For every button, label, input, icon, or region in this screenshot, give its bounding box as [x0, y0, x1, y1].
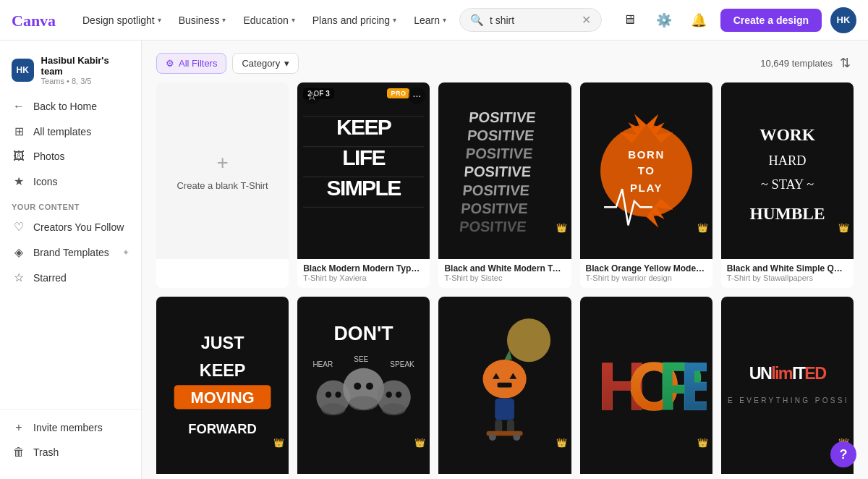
svg-point-45: [335, 392, 341, 398]
canva-logo[interactable]: Canva: [12, 12, 64, 29]
nav-education[interactable]: Education ▾: [236, 10, 302, 30]
chevron-down-icon: ▾: [222, 16, 226, 24]
blank-label: Create a blank T-Shirt: [171, 180, 273, 191]
svg-rect-25: [727, 92, 848, 249]
svg-text:UNlimITED: UNlimITED: [749, 364, 826, 383]
template-card-hope[interactable]: H O H O P E H O P E: [580, 297, 712, 479]
svg-point-49: [396, 392, 401, 398]
sidebar-team-section: HK Hasibul Kabir's team Teams • 8, 3/5: [0, 49, 141, 94]
svg-point-65: [514, 433, 521, 441]
create-design-button[interactable]: Create a design: [720, 9, 822, 32]
template-title: Black Modern Modern Typog...: [303, 263, 424, 274]
svg-rect-77: [727, 307, 848, 464]
template-preview: KEEP LIFE SIMPLE 2 OF 3 PRO ☆ ···: [297, 82, 430, 259]
template-card-dont-skulls[interactable]: DON'T: [297, 297, 430, 479]
svg-text:TO: TO: [637, 164, 655, 177]
svg-point-54: [507, 318, 550, 362]
svg-text:MAKE EVERYTHING POSSIBLE: MAKE EVERYTHING POSSIBLE: [727, 397, 848, 404]
nav-business[interactable]: Business ▾: [171, 10, 234, 30]
template-card-positive[interactable]: POSITIVE POSITIVE POSITIVE POSITIVE POSI…: [438, 82, 571, 288]
heart-icon: ♡: [12, 220, 26, 234]
settings-icon-btn[interactable]: ⚙️: [651, 7, 677, 33]
template-card-born-to-play[interactable]: BORN TO PLAY 👑 Black Orange Yellow Moder…: [580, 82, 712, 288]
template-card-just-keep-moving[interactable]: JUST KEEP MOVING FORWARD 👑 Black Brush S…: [156, 297, 289, 479]
grid-icon: ⊞: [12, 124, 26, 138]
svg-point-43: [382, 403, 406, 415]
svg-point-42: [349, 396, 378, 410]
monitor-icon-btn[interactable]: 🖥: [616, 7, 642, 33]
sidebar-item-back-to-home[interactable]: ← Back to Home: [0, 94, 141, 119]
page-layout: HK Hasibul Kabir's team Teams • 8, 3/5 ←…: [0, 41, 868, 479]
sidebar-item-trash[interactable]: 🗑 Trash: [0, 440, 141, 465]
svg-rect-59: [498, 383, 512, 388]
sidebar-item-starred[interactable]: ☆ Starred: [0, 265, 141, 290]
sidebar-bottom: + Invite members 🗑 Trash: [0, 409, 141, 470]
sidebar-item-brand-templates[interactable]: ◈ Brand Templates ✦: [0, 240, 141, 265]
template-card-info: White Red Simple Typogra...: [721, 474, 854, 479]
templates-grid-row2: JUST KEEP MOVING FORWARD 👑 Black Brush S…: [156, 297, 854, 479]
template-preview: 👑: [438, 297, 571, 473]
template-preview: WORK HARD ~ STAY ~ HUMBLE 👑: [721, 82, 854, 259]
svg-text:KEEP: KEEP: [336, 115, 392, 139]
svg-point-41: [321, 403, 345, 415]
template-count: 10,649 templates ⇅: [760, 52, 854, 74]
svg-text:HEAR: HEAR: [313, 360, 333, 368]
sidebar-item-photos[interactable]: 🖼 Photos: [0, 144, 141, 169]
photo-icon: 🖼: [12, 150, 26, 163]
nav-learn[interactable]: Learn ▾: [407, 10, 454, 30]
sort-button[interactable]: ⇅: [837, 52, 854, 74]
search-bar[interactable]: 🔍 ✕: [459, 8, 602, 32]
chevron-down-icon: ▾: [443, 16, 446, 24]
category-filter-button[interactable]: Category ▾: [232, 53, 299, 74]
star-icon[interactable]: ☆: [303, 87, 320, 104]
all-filters-button[interactable]: ⚙ All Filters: [156, 53, 226, 74]
search-clear-icon[interactable]: ✕: [582, 13, 591, 27]
sidebar-item-all-templates[interactable]: ⊞ All templates: [0, 119, 141, 144]
starred-icon: ☆: [12, 271, 26, 284]
svg-text:POSITIVE: POSITIVE: [461, 200, 529, 216]
template-preview: POSITIVE POSITIVE POSITIVE POSITIVE POSI…: [438, 82, 571, 259]
template-card-work-hard[interactable]: WORK HARD ~ STAY ~ HUMBLE 👑 Black and Wh…: [721, 82, 854, 288]
chevron-down-icon: ▾: [393, 16, 396, 24]
svg-point-55: [483, 360, 527, 399]
template-preview: JUST KEEP MOVING FORWARD 👑: [156, 297, 289, 473]
svg-rect-62: [507, 420, 514, 433]
template-card-keep-life-simple[interactable]: KEEP LIFE SIMPLE 2 OF 3 PRO ☆ ···: [297, 82, 430, 288]
svg-text:POSITIVE: POSITIVE: [464, 164, 532, 180]
svg-text:PLAY: PLAY: [629, 182, 662, 194]
nav-plans-pricing[interactable]: Plans and pricing ▾: [305, 10, 404, 30]
template-card-info: Black Orange Yellow Modern... T-Shirt by…: [580, 259, 712, 288]
template-card-info: Black Beige Navy Illustrated...: [438, 474, 571, 479]
sidebar-item-label: Photos: [33, 151, 65, 162]
team-name: Hasibul Kabir's team: [41, 55, 129, 77]
svg-text:HUMBLE: HUMBLE: [749, 204, 825, 223]
template-preview: H O H O P E H O P E: [580, 297, 712, 473]
sidebar-item-label: Creators You Follow: [33, 221, 124, 233]
svg-text:POSITIVE: POSITIVE: [459, 219, 527, 234]
svg-text:LIFE: LIFE: [343, 145, 386, 169]
blank-template-card[interactable]: + Create a blank T-Shirt: [156, 82, 289, 288]
sidebar-item-creators-follow[interactable]: ♡ Creators You Follow: [0, 214, 141, 240]
template-card-info: Black Bold Skulls T-shirts De...: [297, 474, 430, 479]
chevron-down-icon: ▾: [158, 16, 161, 24]
help-button[interactable]: ?: [830, 441, 856, 467]
svg-point-64: [489, 433, 496, 441]
search-icon: 🔍: [470, 14, 484, 27]
sidebar-item-icons[interactable]: ★ Icons: [0, 169, 141, 194]
search-input[interactable]: [490, 14, 576, 26]
notifications-icon-btn[interactable]: 🔔: [686, 7, 712, 33]
template-card-info: Black Brush Style Inspiration...: [156, 474, 289, 479]
svg-text:POSITIVE: POSITIVE: [462, 182, 530, 198]
svg-text:KEEP: KEEP: [200, 362, 246, 381]
svg-text:SIMPLE: SIMPLE: [327, 176, 401, 200]
svg-rect-61: [495, 420, 503, 433]
sidebar-item-label: Back to Home: [33, 101, 97, 112]
nav-design-spotlight[interactable]: Design spotlight ▾: [75, 10, 169, 30]
svg-text:BORN: BORN: [628, 148, 665, 161]
avatar[interactable]: HK: [830, 7, 856, 33]
svg-text:HARD: HARD: [768, 153, 806, 168]
sidebar-item-invite-members[interactable]: + Invite members: [0, 415, 141, 440]
template-title: Black and White Modern Typ...: [444, 263, 565, 274]
back-icon: ←: [12, 100, 26, 113]
template-card-beige-navy[interactable]: 👑 Black Beige Navy Illustrated...: [438, 297, 571, 479]
